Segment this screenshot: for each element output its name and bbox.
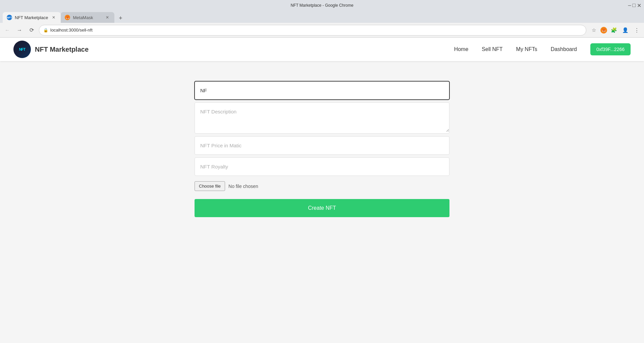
nft-description-input[interactable] [195,103,449,132]
tab-metamask[interactable]: 🦊 MetaMask ✕ [61,12,114,23]
main-content: Choose file No file chosen Create NFT [0,61,644,237]
tab-nft-close[interactable]: ✕ [51,14,57,20]
file-input-wrapper: Choose file [195,181,225,191]
tab-favicon-nft: NFT [7,15,12,20]
nft-royalty-input[interactable] [195,158,449,176]
nft-price-field [195,136,449,155]
profile-button[interactable]: 👤 [621,26,630,35]
browser-chrome: NFT Marketplace - Google Chrome – □ ✕ NF… [0,0,644,38]
forward-button[interactable]: → [15,26,24,35]
nav-home[interactable]: Home [454,46,469,52]
minimize-icon[interactable]: – [628,2,631,8]
app-wrapper: NFT NFT Marketplace Home Sell NFT My NFT… [0,38,644,343]
browser-title-bar: NFT Marketplace - Google Chrome – □ ✕ [0,0,644,11]
browser-title: NFT Marketplace - Google Chrome [290,3,353,8]
brand-logo: NFT [13,41,31,58]
new-tab-button[interactable]: + [116,13,125,23]
nav-dashboard[interactable]: Dashboard [551,46,577,52]
nft-description-field [195,102,449,134]
bookmark-button[interactable]: ☆ [589,26,598,35]
browser-tabs: NFT NFT Marketplace ✕ 🦊 MetaMask ✕ + [0,11,644,23]
menu-button[interactable]: ⋮ [632,26,641,35]
nav-sell-nft[interactable]: Sell NFT [482,46,502,52]
nft-name-field [195,81,449,100]
reload-button[interactable]: ⟳ [27,26,36,35]
extensions-button[interactable]: 🧩 [609,26,619,35]
form-container: Choose file No file chosen Create NFT [195,81,449,217]
tab-favicon-metamask: 🦊 [65,15,70,20]
nft-name-input[interactable] [195,82,449,99]
no-file-text: No file chosen [228,184,258,189]
create-nft-button[interactable]: Create NFT [195,199,449,217]
toolbar-actions: ☆ 🦊 🧩 👤 ⋮ [589,26,641,35]
metamask-extension-icon[interactable]: 🦊 [600,27,607,34]
nft-price-input[interactable] [195,137,449,154]
browser-toolbar: ← → ⟳ 🔒 localhost:3000/sell-nft ☆ 🦊 🧩 👤 … [0,23,644,38]
back-button[interactable]: ← [3,26,12,35]
file-input-row: Choose file No file chosen [195,181,449,191]
tab-nft-marketplace[interactable]: NFT NFT Marketplace ✕ [3,12,61,23]
address-bar[interactable]: 🔒 localhost:3000/sell-nft [39,25,586,36]
navbar: NFT NFT Marketplace Home Sell NFT My NFT… [0,38,644,61]
wallet-button[interactable]: 0xf39F...2266 [590,43,631,55]
navbar-nav: Home Sell NFT My NFTs Dashboard 0xf39F..… [454,43,631,55]
close-icon[interactable]: ✕ [637,2,641,9]
window-controls: – □ ✕ [628,2,641,9]
brand-name: NFT Marketplace [35,46,89,53]
tab-metamask-label: MetaMask [73,15,93,20]
tab-nft-label: NFT Marketplace [15,15,48,20]
nav-my-nfts[interactable]: My NFTs [516,46,537,52]
brand-link[interactable]: NFT NFT Marketplace [13,41,89,58]
url-text: localhost:3000/sell-nft [50,28,93,33]
restore-icon[interactable]: □ [632,2,636,8]
lock-icon: 🔒 [43,28,48,33]
nft-royalty-field [195,157,449,176]
tab-metamask-close[interactable]: ✕ [104,14,110,20]
